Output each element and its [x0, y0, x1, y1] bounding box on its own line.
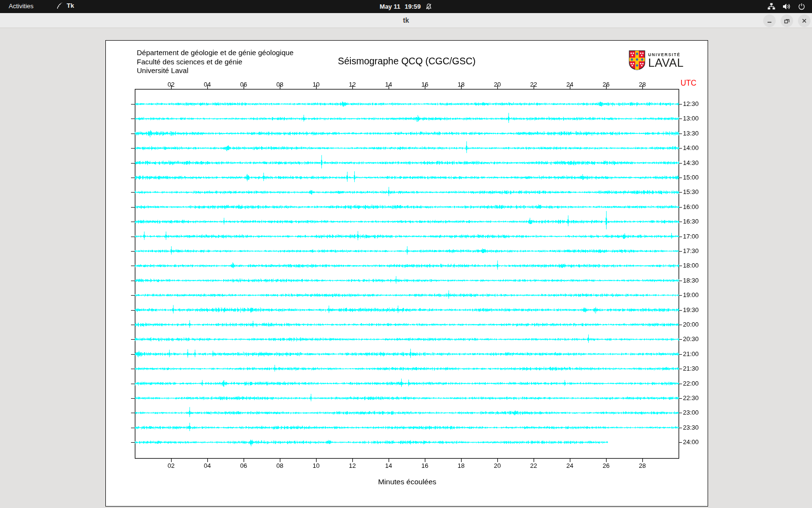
- focused-app-menu[interactable]: Tk: [56, 2, 74, 9]
- x-tick-label: 16: [417, 462, 433, 469]
- x-tick-label: 24: [562, 462, 578, 469]
- x-tick-label: 20: [489, 81, 506, 88]
- utc-time-label: 18:30: [683, 277, 699, 284]
- x-axis-title: Minutes écoulées: [106, 478, 709, 486]
- x-tick-label: 12: [344, 81, 361, 88]
- utc-time-label: 23:30: [683, 424, 699, 431]
- utc-time-label: 22:30: [683, 394, 699, 402]
- utc-time-label: 15:00: [683, 174, 699, 181]
- utc-time-label: 19:00: [683, 291, 699, 299]
- tk-window-body: Département de géologie et de génie géol…: [0, 28, 812, 508]
- utc-time-label: 15:30: [683, 188, 699, 195]
- x-tick-label: 22: [525, 462, 542, 469]
- utc-time-label: 17:00: [683, 233, 699, 240]
- x-tick-label: 02: [163, 462, 179, 469]
- utc-time-label: 16:00: [683, 203, 699, 210]
- x-tick-label: 26: [598, 462, 614, 469]
- x-tick-label: 26: [598, 81, 614, 88]
- close-button[interactable]: [798, 15, 811, 27]
- utc-time-label: 21:30: [683, 365, 699, 372]
- x-tick-label: 08: [272, 462, 288, 469]
- utc-axis-label: UTC: [681, 79, 696, 88]
- x-tick-label: 18: [453, 81, 469, 88]
- x-tick-label: 04: [199, 462, 216, 469]
- x-tick-label: 18: [453, 462, 469, 469]
- clock-time: 19:59: [405, 3, 420, 10]
- utc-time-label: 17:30: [683, 247, 699, 254]
- utc-time-label: 19:30: [683, 306, 699, 314]
- x-tick-label: 22: [525, 81, 542, 88]
- window-titlebar: tk: [0, 13, 812, 28]
- x-tick-label: 10: [308, 81, 324, 88]
- laval-shield-icon: [629, 50, 645, 70]
- x-tick-label: 16: [417, 81, 433, 88]
- x-tick-label: 28: [634, 462, 651, 469]
- utc-time-label: 13:00: [683, 115, 699, 122]
- x-tick-label: 04: [199, 81, 216, 88]
- utc-time-label: 14:30: [683, 159, 699, 166]
- system-status-area[interactable]: [768, 0, 805, 13]
- universite-laval-logo: UNIVERSITÉ LAVAL: [629, 50, 684, 70]
- x-tick-label: 28: [634, 81, 651, 88]
- volume-icon: [783, 3, 791, 10]
- window-title: tk: [0, 16, 812, 24]
- minimize-icon: [767, 18, 772, 24]
- utc-time-label: 13:30: [683, 130, 699, 137]
- x-tick-label: 06: [235, 462, 252, 469]
- logo-laval-text: LAVAL: [648, 57, 684, 69]
- minimize-button[interactable]: [763, 15, 776, 27]
- close-icon: [801, 18, 807, 24]
- x-tick-label: 10: [308, 462, 324, 469]
- utc-time-label: 21:00: [683, 350, 699, 358]
- maximize-button[interactable]: [781, 15, 793, 27]
- utc-time-label: 18:00: [683, 262, 699, 269]
- utc-time-label: 14:00: [683, 144, 699, 151]
- clock-menu[interactable]: May 11 19:59: [380, 0, 433, 13]
- clock-date: May 11: [380, 3, 401, 10]
- utc-time-label: 20:30: [683, 335, 699, 343]
- x-tick-label: 06: [235, 81, 252, 88]
- plot-title: Séismographe QCQ (CGC/GSC): [106, 56, 708, 67]
- x-tick-label: 12: [344, 462, 361, 469]
- x-tick-label: 02: [163, 81, 179, 88]
- institution-line-3: Université Laval: [137, 66, 293, 75]
- x-tick-label: 14: [380, 81, 397, 88]
- x-tick-label: 08: [272, 81, 288, 88]
- utc-time-label: 20:00: [683, 321, 699, 328]
- x-tick-label: 14: [380, 462, 397, 469]
- seismograph-canvas-area: Département de géologie et de génie géol…: [105, 40, 708, 507]
- utc-time-label: 16:30: [683, 218, 699, 225]
- gnome-top-bar: Activities Tk May 11 19:59: [0, 0, 812, 13]
- x-tick-label: 24: [562, 81, 578, 88]
- utc-time-label: 24:00: [683, 438, 699, 446]
- network-wired-icon: [768, 3, 775, 10]
- activities-button[interactable]: Activities: [9, 2, 33, 10]
- maximize-icon: [784, 18, 790, 24]
- utc-time-label: 12:30: [683, 100, 699, 107]
- notifications-muted-icon: [425, 3, 432, 10]
- focused-app-name: Tk: [67, 2, 74, 9]
- seismograph-plot: [106, 41, 709, 507]
- power-icon: [798, 3, 805, 10]
- utc-time-label: 22:00: [683, 380, 699, 387]
- tk-feather-icon: [56, 2, 63, 9]
- x-tick-label: 20: [489, 462, 506, 469]
- utc-time-label: 23:00: [683, 409, 699, 416]
